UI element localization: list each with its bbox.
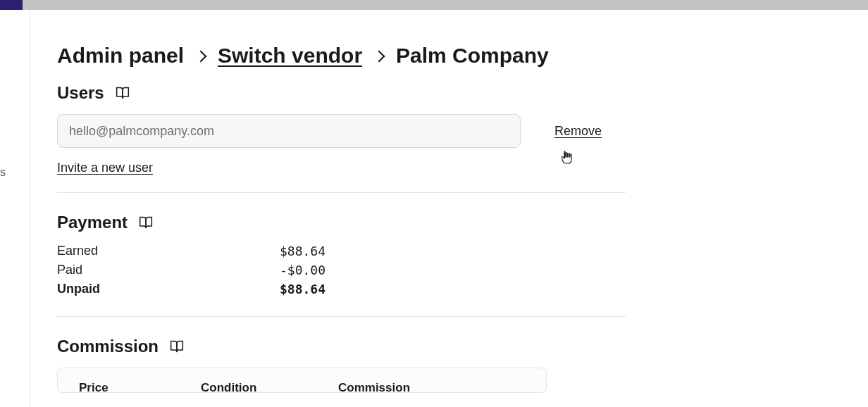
users-title: Users <box>57 83 104 103</box>
user-email-field[interactable] <box>57 114 521 148</box>
main-content: Admin panel Switch vendor Palm Company U… <box>57 44 868 407</box>
commission-header-commission: Commission <box>338 381 410 392</box>
commission-header: Commission <box>57 337 868 356</box>
breadcrumb: Admin panel Switch vendor Palm Company <box>57 44 868 68</box>
users-section: Users Remove Invite a new user <box>57 83 868 193</box>
breadcrumb-switch-vendor[interactable]: Switch vendor <box>218 44 362 68</box>
commission-title: Commission <box>57 337 159 356</box>
section-divider <box>57 192 626 193</box>
side-divider <box>30 10 30 407</box>
payment-table: Earned $88.64 Paid -$0.00 Unpaid $88.64 <box>57 244 868 296</box>
user-row: Remove <box>57 114 868 148</box>
users-header: Users <box>57 83 868 103</box>
commission-section: Commission Price Condition Commission <box>57 337 868 393</box>
commission-header-price: Price <box>79 381 201 392</box>
payment-title: Payment <box>57 213 128 232</box>
top-bar <box>0 0 868 10</box>
book-icon[interactable] <box>170 339 184 353</box>
breadcrumb-company: Palm Company <box>396 44 549 68</box>
commission-header-condition: Condition <box>201 381 338 392</box>
chevron-right-icon <box>373 51 385 63</box>
remove-user-link[interactable]: Remove <box>554 124 602 139</box>
invite-user-link[interactable]: Invite a new user <box>57 161 153 175</box>
paid-value: -$0.00 <box>280 263 868 277</box>
paid-label: Paid <box>57 263 280 277</box>
earned-value: $88.64 <box>280 244 868 258</box>
chevron-right-icon <box>195 51 207 63</box>
breadcrumb-admin[interactable]: Admin panel <box>57 44 184 68</box>
top-bar-accent <box>0 0 23 10</box>
book-icon[interactable] <box>116 86 130 100</box>
commission-table: Price Condition Commission <box>57 368 547 393</box>
book-icon[interactable] <box>139 215 153 230</box>
unpaid-value: $88.64 <box>280 282 868 296</box>
payment-section: Payment Earned $88.64 Paid -$0.00 Unpaid… <box>57 213 868 317</box>
section-divider <box>57 316 626 317</box>
earned-label: Earned <box>57 244 280 258</box>
payment-header: Payment <box>57 213 868 232</box>
side-hint-letter: s <box>0 166 6 179</box>
unpaid-label: Unpaid <box>57 282 280 296</box>
